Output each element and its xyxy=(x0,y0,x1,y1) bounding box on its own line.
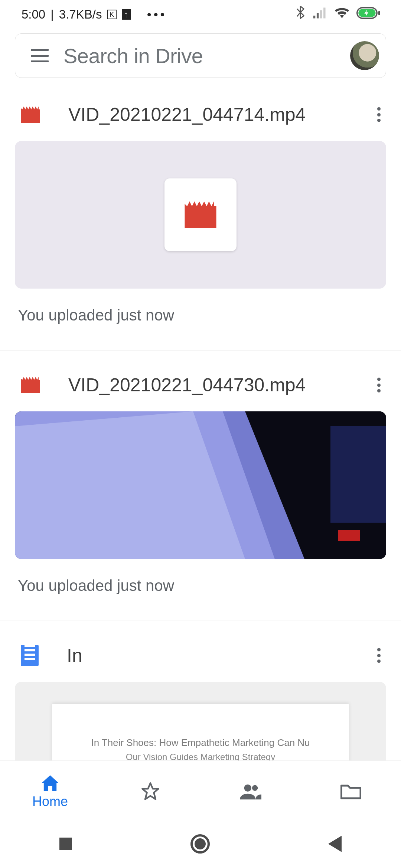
home-button[interactable] xyxy=(190,834,210,854)
nav-home[interactable]: Home xyxy=(0,775,100,809)
status-time: 5:00 xyxy=(22,7,45,22)
file-thumbnail-doc[interactable]: In Their Shoes: How Empathetic Marketing… xyxy=(15,682,386,760)
file-status: You uploaded just now xyxy=(15,289,386,324)
video-file-icon xyxy=(184,201,217,228)
file-list: VID_20210221_044714.mp4 You uploaded jus… xyxy=(0,82,401,760)
folder-icon xyxy=(340,783,361,801)
file-header: In xyxy=(15,640,386,682)
hamburger-menu-icon[interactable] xyxy=(31,49,49,62)
svg-point-9 xyxy=(244,784,251,791)
search-bar-container: Search in Drive xyxy=(0,29,401,78)
file-header: VID_20210221_044730.mp4 xyxy=(15,370,386,411)
file-name: VID_20210221_044730.mp4 xyxy=(68,374,343,396)
file-status: You uploaded just now xyxy=(15,559,386,595)
file-name: In xyxy=(67,645,343,666)
triangle-icon xyxy=(328,836,342,852)
people-icon xyxy=(240,783,261,801)
status-netspeed: 3.7KB/s xyxy=(59,7,102,22)
file-thumbnail-preview[interactable] xyxy=(15,411,386,559)
bottom-navigation: Home xyxy=(0,760,401,820)
recents-button[interactable] xyxy=(59,838,72,850)
android-nav-bar xyxy=(0,820,401,868)
nav-home-label: Home xyxy=(32,794,68,809)
doc-preview-line: Our Vision Guides Marketing Strategy xyxy=(74,752,327,760)
status-right xyxy=(296,6,380,23)
back-button[interactable] xyxy=(328,836,342,852)
thumbnail-inner xyxy=(164,178,237,251)
battery-charging-icon xyxy=(356,7,380,22)
svg-point-10 xyxy=(252,785,258,790)
status-left: 5:00 | 3.7KB/s K ↑ ••• xyxy=(22,7,167,22)
svg-rect-8 xyxy=(338,530,360,541)
file-item[interactable]: In In Their Shoes: How Empathetic Market… xyxy=(0,640,401,760)
video-file-icon xyxy=(21,377,40,393)
nav-files[interactable] xyxy=(301,783,401,801)
bluetooth-icon xyxy=(296,6,306,23)
file-list-viewport[interactable]: VID_20210221_044714.mp4 You uploaded jus… xyxy=(0,82,401,760)
nav-starred[interactable] xyxy=(100,782,200,802)
file-header: VID_20210221_044714.mp4 xyxy=(15,99,386,141)
upload-icon: ↑ xyxy=(122,9,131,20)
doc-page-preview: In Their Shoes: How Empathetic Marketing… xyxy=(52,704,349,760)
doc-preview-line: In Their Shoes: How Empathetic Marketing… xyxy=(74,737,327,747)
file-more-icon[interactable] xyxy=(371,106,386,124)
signal-icon xyxy=(313,7,327,22)
nav-shared[interactable] xyxy=(200,783,301,801)
android-status-bar: 5:00 | 3.7KB/s K ↑ ••• xyxy=(0,0,401,29)
search-bar[interactable]: Search in Drive xyxy=(15,33,386,78)
search-placeholder[interactable]: Search in Drive xyxy=(63,44,335,68)
star-icon xyxy=(141,782,160,802)
dots-icon: ••• xyxy=(147,7,167,22)
file-item[interactable]: VID_20210221_044714.mp4 You uploaded jus… xyxy=(0,99,401,351)
home-icon xyxy=(42,775,59,791)
file-more-icon[interactable] xyxy=(371,647,386,664)
k-box-icon: K xyxy=(107,10,116,19)
circle-icon xyxy=(190,834,210,854)
status-sep: | xyxy=(50,7,54,22)
file-name: VID_20210221_044714.mp4 xyxy=(68,104,343,125)
wifi-icon xyxy=(334,7,350,22)
square-icon xyxy=(59,838,72,850)
profile-avatar[interactable] xyxy=(350,41,379,70)
file-thumbnail-placeholder[interactable] xyxy=(15,141,386,289)
file-item[interactable]: VID_20210221_044730.mp4 You uploaded jus… xyxy=(0,370,401,621)
svg-rect-1 xyxy=(378,11,380,15)
video-file-icon xyxy=(21,106,40,123)
svg-rect-7 xyxy=(330,426,386,523)
file-more-icon[interactable] xyxy=(371,376,386,394)
doc-file-icon xyxy=(21,645,39,666)
